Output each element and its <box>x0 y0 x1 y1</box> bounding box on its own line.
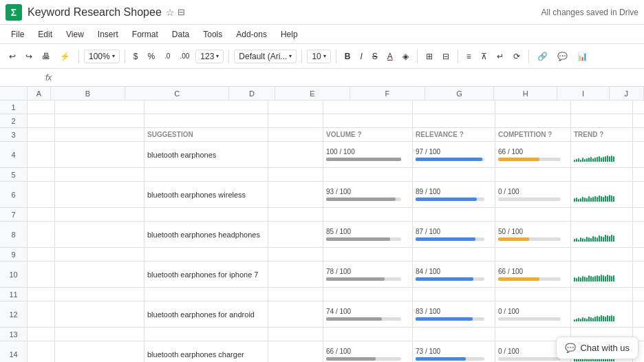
cell-competition[interactable] <box>495 114 571 127</box>
cell-suggestion[interactable]: bluetooth earphones wireless <box>144 182 268 207</box>
cell-suggestion[interactable]: bluetooth earphones for android <box>144 301 268 327</box>
cell-j[interactable] <box>633 128 644 141</box>
cell-suggestion[interactable] <box>144 208 268 221</box>
cell-j[interactable] <box>633 182 644 207</box>
cell-d[interactable] <box>268 248 323 261</box>
cell-b[interactable] <box>55 288 144 301</box>
table-row[interactable]: 5 <box>0 168 644 182</box>
cell-a[interactable] <box>28 100 55 114</box>
col-header-j[interactable]: J <box>610 87 644 100</box>
cell-j[interactable] <box>633 168 644 181</box>
cell-d[interactable] <box>268 208 323 221</box>
comment-button[interactable]: 💬 <box>554 50 571 63</box>
cell-b[interactable] <box>55 128 144 141</box>
decimal0-button[interactable]: .0 <box>161 50 173 62</box>
cell-d[interactable] <box>268 100 323 114</box>
currency-button[interactable]: $ <box>130 50 142 63</box>
cell-trend[interactable] <box>571 262 633 287</box>
cell-competition[interactable]: 66 / 100 <box>495 142 571 167</box>
cell-d[interactable] <box>268 222 323 247</box>
cell-volume[interactable] <box>323 168 413 181</box>
cell-volume[interactable]: 100 / 100 <box>323 142 413 167</box>
cell-suggestion[interactable] <box>144 168 268 181</box>
col-header-h[interactable]: H <box>494 87 557 100</box>
decimal00-button[interactable]: .00 <box>176 50 193 62</box>
cell-j[interactable] <box>633 262 644 287</box>
cell-trend[interactable] <box>571 301 633 327</box>
col-header-b[interactable]: B <box>51 87 126 100</box>
cell-a[interactable] <box>28 168 55 181</box>
cell-b[interactable] <box>55 341 144 362</box>
cell-b[interactable] <box>55 262 144 287</box>
cell-competition[interactable]: 0 / 100 <box>495 182 571 207</box>
cell-volume[interactable] <box>323 328 413 341</box>
cell-relevance[interactable]: 73 / 100 <box>413 341 495 362</box>
cell-relevance[interactable]: RELEVANCE ? <box>413 128 495 141</box>
cell-j[interactable] <box>633 208 644 221</box>
cell-suggestion[interactable] <box>144 288 268 301</box>
menu-insert[interactable]: Insert <box>92 28 124 41</box>
cell-relevance[interactable] <box>413 328 495 341</box>
cell-competition[interactable] <box>495 208 571 221</box>
cell-relevance[interactable]: 89 / 100 <box>413 182 495 207</box>
cell-volume[interactable]: 74 / 100 <box>323 301 413 327</box>
cell-d[interactable] <box>268 328 323 341</box>
link-button[interactable]: 🔗 <box>534 50 551 63</box>
cell-a[interactable] <box>28 341 55 362</box>
cell-suggestion[interactable]: bluetooth earphones for iphone 7 <box>144 262 268 287</box>
cell-suggestion[interactable] <box>144 100 268 114</box>
cell-relevance[interactable]: 84 / 100 <box>413 262 495 287</box>
menu-format[interactable]: Format <box>127 28 164 41</box>
cell-relevance[interactable] <box>413 288 495 301</box>
cell-competition[interactable] <box>495 168 571 181</box>
cell-trend[interactable] <box>571 114 633 127</box>
halign-button[interactable]: ≡ <box>463 50 475 63</box>
col-header-c[interactable]: C <box>125 87 229 100</box>
chat-widget[interactable]: 💬 Chat with us <box>556 337 638 359</box>
cell-suggestion[interactable]: SUGGESTION <box>144 128 268 141</box>
cell-a[interactable] <box>28 301 55 327</box>
bold-button[interactable]: B <box>341 50 354 63</box>
table-row[interactable]: 6bluetooth earphones wireless93 / 10089 … <box>0 182 644 208</box>
text-color-button[interactable]: A <box>384 50 396 63</box>
cell-j[interactable] <box>633 142 644 167</box>
cell-suggestion[interactable] <box>144 114 268 127</box>
col-header-a[interactable]: A <box>28 87 51 100</box>
cell-d[interactable] <box>268 114 323 127</box>
cell-volume[interactable] <box>323 208 413 221</box>
cell-volume[interactable]: 85 / 100 <box>323 222 413 247</box>
cell-d[interactable] <box>268 341 323 362</box>
cell-relevance[interactable] <box>413 248 495 261</box>
cell-relevance[interactable]: 97 / 100 <box>413 142 495 167</box>
cell-b[interactable] <box>55 328 144 341</box>
cell-a[interactable] <box>28 182 55 207</box>
col-header-f[interactable]: F <box>350 87 425 100</box>
cell-relevance[interactable] <box>413 208 495 221</box>
rotate-button[interactable]: ⟳ <box>510 50 524 63</box>
table-row[interactable]: 8bluetooth earphones headphones85 / 1008… <box>0 222 644 248</box>
cell-d[interactable] <box>268 301 323 327</box>
cell-competition[interactable]: COMPETITION ? <box>495 128 571 141</box>
table-row[interactable]: 4bluetooth earphones100 / 10097 / 10066 … <box>0 142 644 168</box>
cell-a[interactable] <box>28 262 55 287</box>
cell-trend[interactable] <box>571 168 633 181</box>
cell-trend[interactable] <box>571 182 633 207</box>
cell-j[interactable] <box>633 248 644 261</box>
table-row[interactable]: 11 <box>0 288 644 301</box>
cell-competition[interactable]: 0 / 100 <box>495 301 571 327</box>
table-row[interactable]: 14bluetooth earphones charger66 / 10073 … <box>0 341 644 362</box>
cell-trend[interactable] <box>571 222 633 247</box>
cell-relevance[interactable] <box>413 168 495 181</box>
cell-volume[interactable]: 93 / 100 <box>323 182 413 207</box>
table-row[interactable]: 13 <box>0 328 644 341</box>
cell-competition[interactable] <box>495 100 571 114</box>
menu-data[interactable]: Data <box>167 28 195 41</box>
cell-suggestion[interactable]: bluetooth earphones headphones <box>144 222 268 247</box>
cell-volume[interactable]: 66 / 100 <box>323 341 413 362</box>
menu-help[interactable]: Help <box>275 28 303 41</box>
redo-button[interactable]: ↪ <box>22 50 36 63</box>
cell-j[interactable] <box>633 100 644 114</box>
cell-d[interactable] <box>268 168 323 181</box>
paint-format-button[interactable]: ⚡ <box>56 50 74 63</box>
menu-edit[interactable]: Edit <box>32 28 58 41</box>
